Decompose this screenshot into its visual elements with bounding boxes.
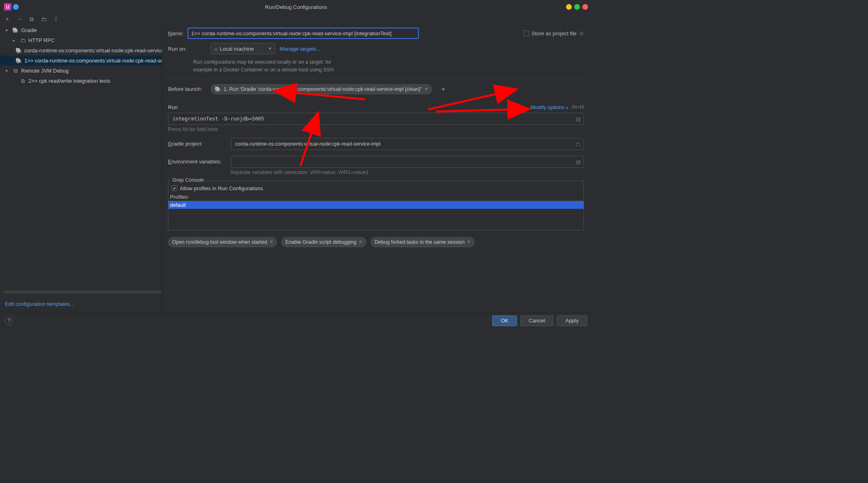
tree-item-integration-test[interactable]: 🐘 1>> corda-runtime-os:components:virtua… [0, 56, 162, 66]
before-launch-label: Before launch: [168, 86, 207, 92]
separator [168, 79, 584, 79]
remove-icon[interactable]: − [16, 16, 23, 22]
debug-icon: ⧉ [19, 78, 26, 84]
edit-templates-link[interactable]: Edit configuration templates... [0, 296, 162, 312]
tree-label: corda-runtime-os:components:virtual-node… [24, 47, 162, 54]
tree-item-rw-tests[interactable]: ⧉ 2>> cpk read/write integration tests [0, 76, 162, 86]
env-input[interactable] [231, 156, 584, 168]
profiles-label: Profiles: [168, 193, 584, 201]
options-chips: Open run/debug tool window when started … [168, 237, 584, 247]
configurations-sidebar: ▾ 🐘 Gradle ▸ 🗀 HTTP RPC 🐘 corda-runtime-… [0, 24, 162, 312]
tree-label: 2>> cpk read/write integration tests [28, 78, 110, 84]
tree-label: HTTP RPC [28, 37, 55, 43]
config-form: Name: Store as project file ⚙ Run on: ⌂ … [162, 24, 592, 312]
main-split: ▾ 🐘 Gradle ▸ 🗀 HTTP RPC 🐘 corda-runtime-… [0, 24, 592, 312]
horizontal-scrollbar[interactable] [3, 290, 162, 294]
home-icon: ⌂ [214, 46, 218, 52]
tree-group-gradle[interactable]: ▾ 🐘 Gradle [0, 25, 162, 35]
name-label: Name: [168, 30, 183, 36]
tree-label: Remote JVM Debug [21, 68, 69, 74]
toolbar: ＋ − ⧉ 🗀 ↧ [0, 14, 592, 24]
tree-group-remote-debug[interactable]: ▾ ⧉ Remote JVM Debug [0, 66, 162, 76]
gradle-icon: 🐘 [12, 27, 19, 33]
debug-icon: ⧉ [12, 68, 19, 74]
allow-profiles-checkbox[interactable]: Allow profiles in Run Configurations [168, 184, 584, 193]
gradle-project-input[interactable] [231, 138, 584, 150]
gradle-project-label: Gradle project: [168, 141, 227, 147]
apply-button[interactable]: Apply [557, 316, 587, 326]
chevron-down-icon: ▾ [566, 106, 568, 110]
copy-icon[interactable]: ⧉ [28, 16, 35, 22]
chip-enable-gradle-debug[interactable]: Enable Gradle script debugging ✕ [281, 237, 366, 247]
close-icon[interactable]: ✕ [424, 86, 428, 92]
runon-label: Run on: [168, 46, 207, 52]
help-button[interactable]: ? [5, 317, 13, 325]
grep-legend: Grep Console [171, 177, 205, 183]
chevron-down-icon: ▾ [6, 69, 10, 73]
add-icon[interactable]: ＋ [4, 16, 11, 22]
close-dot[interactable] [582, 4, 588, 10]
gradle-icon: 🐘 [15, 47, 22, 54]
ok-button[interactable]: OK [492, 316, 517, 326]
cancel-button[interactable]: Cancel [520, 316, 554, 326]
chip-debug-forked[interactable]: Debug forked tasks in the same session ✕ [370, 237, 475, 247]
tree-label: Gradle [21, 27, 37, 33]
app-icons: IJ [4, 3, 19, 11]
chevron-right-icon: ▸ [13, 38, 17, 43]
close-icon[interactable]: ✕ [269, 239, 273, 245]
folder-icon[interactable]: 🗀 [41, 16, 47, 22]
command-hint: Press Alt for field hints [168, 127, 584, 132]
window-title: Run/Debug Configurations [265, 4, 327, 10]
gradle-icon: 🐘 [15, 58, 22, 64]
chip-label: 1. Run 'Gradle 'corda-runtime-os:compone… [224, 86, 422, 92]
add-task-button[interactable]: ＋ [440, 85, 446, 93]
dialog-footer: ? OK Cancel Apply [0, 312, 592, 329]
before-launch-task-chip[interactable]: 🐘 1. Run 'Gradle 'corda-runtime-os:compo… [211, 84, 432, 94]
name-input[interactable] [187, 28, 419, 39]
close-icon[interactable]: ✕ [467, 239, 471, 245]
minimize-dot[interactable] [566, 4, 572, 10]
run-section-title: Run [168, 104, 178, 110]
manage-targets-link[interactable]: Manage targets... [280, 46, 321, 52]
modify-options-link[interactable]: Modify options ▾ [531, 104, 568, 110]
modify-options-shortcut: Alt+M [571, 104, 584, 110]
window-controls [566, 4, 588, 10]
chevron-down-icon: ▼ [268, 47, 272, 51]
profiles-list[interactable]: default [168, 201, 584, 230]
sort-icon[interactable]: ↧ [53, 16, 59, 22]
titlebar: IJ Run/Debug Configurations [0, 0, 592, 14]
allow-profiles-label: Allow profiles in Run Configurations [180, 185, 263, 191]
runon-value: Local machine [220, 46, 254, 52]
env-hint: Separate variables with semicolon: VAR=v… [168, 170, 584, 175]
run-command-input[interactable] [168, 113, 584, 125]
maximize-dot[interactable] [574, 4, 580, 10]
list-icon[interactable]: ▤ [576, 159, 581, 165]
folder-icon: 🗀 [19, 37, 26, 43]
store-as-project-checkbox[interactable]: Store as project file ⚙ [523, 30, 584, 36]
chevron-down-icon: ▾ [6, 28, 10, 32]
gear-icon[interactable]: ⚙ [579, 30, 584, 36]
tree-label: 1>> corda-runtime-os:components:virtual-… [24, 58, 162, 64]
store-label: Store as project file [532, 30, 577, 36]
intellij-icon: IJ [4, 3, 11, 11]
gradle-icon: 🐘 [215, 86, 221, 92]
expand-icon[interactable]: ▤ [576, 116, 581, 122]
chip-open-tool-window[interactable]: Open run/debug tool window when started … [168, 237, 277, 247]
profile-item-default[interactable]: default [168, 201, 584, 209]
tree-item-clean[interactable]: 🐘 corda-runtime-os:components:virtual-no… [0, 45, 162, 56]
grep-console-group: Grep Console Allow profiles in Run Confi… [168, 181, 584, 230]
project-icon [13, 4, 19, 10]
checkbox-icon [523, 30, 529, 36]
checkbox-icon [172, 185, 177, 191]
config-tree: ▾ 🐘 Gradle ▸ 🗀 HTTP RPC 🐘 corda-runtime-… [0, 24, 162, 288]
env-label: Environment variables: [168, 159, 227, 165]
tree-item-http-rpc[interactable]: ▸ 🗀 HTTP RPC [0, 35, 162, 45]
runon-select[interactable]: ⌂ Local machine ▼ [211, 43, 276, 54]
folder-icon[interactable]: 🗀 [575, 141, 581, 147]
runon-help: Run configurations may be executed local… [193, 58, 584, 74]
close-icon[interactable]: ✕ [359, 239, 362, 245]
